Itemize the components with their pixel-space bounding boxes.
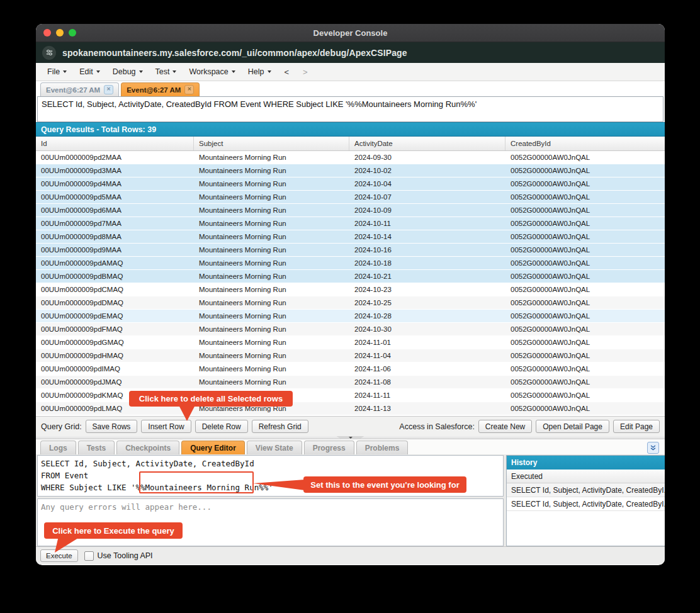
cell-subject: Mountaineers Morning Run bbox=[194, 204, 349, 217]
table-header: IdSubjectActivityDateCreatedById bbox=[36, 137, 665, 151]
tab-label: Event@6:27 AM bbox=[46, 86, 100, 94]
cell-created_by: 0052G00000AW0JnQAL bbox=[505, 244, 665, 256]
menu-help[interactable]: Help bbox=[243, 65, 276, 78]
table-row[interactable]: 00UUm0000009pdDMAQMountaineers Morning R… bbox=[36, 296, 665, 310]
menu-debug[interactable]: Debug bbox=[108, 65, 148, 78]
query-display[interactable]: SELECT Id, Subject, ActivityDate, Create… bbox=[37, 96, 663, 122]
errors-placeholder-text: Any query errors will appear here... bbox=[41, 502, 212, 512]
column-header-createdbyid[interactable]: CreatedById bbox=[505, 137, 665, 150]
use-tooling-api[interactable]: Use Tooling API bbox=[84, 551, 153, 561]
cell-created_by: 0052G00000AW0JnQAL bbox=[505, 270, 665, 283]
query-errors-area: Any query errors will appear here... bbox=[37, 498, 504, 546]
table-row[interactable]: 00UUm0000009pdEMAQMountaineers Morning R… bbox=[36, 310, 665, 323]
tab-close-icon[interactable]: ✕ bbox=[184, 85, 194, 94]
cell-date: 2024-10-23 bbox=[349, 283, 505, 296]
use-tooling-api-checkbox[interactable] bbox=[84, 551, 94, 561]
table-row[interactable]: 00UUm0000009pdHMAQMountaineers Morning R… bbox=[36, 349, 665, 363]
column-header-subject[interactable]: Subject bbox=[194, 137, 349, 150]
history-row[interactable]: SELECT Id, Subject, ActivityDate, Create… bbox=[507, 497, 665, 511]
use-tooling-api-label: Use Tooling API bbox=[98, 551, 153, 560]
tab-logs[interactable]: Logs bbox=[40, 441, 76, 454]
window-zoom-button[interactable] bbox=[69, 29, 76, 37]
tab-query-editor[interactable]: Query Editor bbox=[181, 441, 245, 454]
access-label: Access in Salesforce: bbox=[399, 422, 475, 431]
table-row[interactable]: 00UUm0000009pdKMAQMountaineers Morning R… bbox=[36, 389, 665, 402]
cell-date: 2024-10-04 bbox=[349, 177, 505, 190]
tab-tests[interactable]: Tests bbox=[78, 441, 115, 454]
cell-date: 2024-10-30 bbox=[349, 323, 505, 335]
insert-row-button[interactable]: Insert Row bbox=[141, 420, 191, 433]
caret-down-icon bbox=[172, 70, 176, 73]
table-row[interactable]: 00UUm0000009pd8MAAMountaineers Morning R… bbox=[36, 230, 665, 244]
cell-date: 2024-11-01 bbox=[349, 336, 505, 349]
window-minimize-button[interactable] bbox=[56, 29, 64, 37]
tab-close-icon[interactable]: ✕ bbox=[104, 85, 113, 94]
cell-id: 00UUm0000009pdBMAQ bbox=[36, 270, 194, 283]
address-bar[interactable]: spokanemountaineers.my.salesforce.com/_u… bbox=[36, 42, 665, 63]
editor-line-2: FROM Event bbox=[41, 471, 88, 480]
table-row[interactable]: 00UUm0000009pd3MAAMountaineers Morning R… bbox=[36, 164, 665, 177]
table-row[interactable]: 00UUm0000009pd6MAAMountaineers Morning R… bbox=[36, 204, 665, 217]
cell-subject: Mountaineers Morning Run bbox=[194, 363, 349, 375]
menu-file[interactable]: File bbox=[42, 65, 72, 78]
cell-created_by: 0052G00000AW0JnQAL bbox=[505, 402, 665, 415]
table-row[interactable]: 00UUm0000009pd5MAAMountaineers Morning R… bbox=[36, 191, 665, 204]
cell-subject: Mountaineers Morning Run bbox=[194, 270, 349, 283]
tab-progress[interactable]: Progress bbox=[304, 441, 354, 454]
cell-subject: Mountaineers Morning Run bbox=[194, 376, 349, 388]
tab-problems[interactable]: Problems bbox=[356, 441, 409, 454]
tab-view-state[interactable]: View State bbox=[247, 441, 302, 454]
cell-date: 2024-10-16 bbox=[349, 244, 505, 256]
menu-workspace[interactable]: Workspace bbox=[184, 65, 240, 78]
table-row[interactable]: 00UUm0000009pdAMAQMountaineers Morning R… bbox=[36, 257, 665, 270]
table-row[interactable]: 00UUm0000009pd2MAAMountaineers Morning R… bbox=[36, 151, 665, 164]
site-settings-icon[interactable] bbox=[42, 46, 56, 60]
table-row[interactable]: 00UUm0000009pdIMAQMountaineers Morning R… bbox=[36, 363, 665, 376]
cell-subject: Mountaineers Morning Run bbox=[194, 244, 349, 256]
tab-checkpoints[interactable]: Checkpoints bbox=[116, 441, 179, 454]
delete-row-button[interactable]: Delete Row bbox=[195, 420, 248, 433]
menu-edit[interactable]: Edit bbox=[74, 65, 105, 78]
history-row[interactable]: SELECT Id, Subject, ActivityDate, Create… bbox=[507, 483, 665, 497]
cell-date: 2024-10-07 bbox=[349, 191, 505, 203]
menu-test[interactable]: Test bbox=[150, 65, 182, 78]
window-close-button[interactable] bbox=[43, 29, 51, 37]
nav-forward-button[interactable]: > bbox=[297, 65, 313, 79]
table-row[interactable]: 00UUm0000009pd9MAAMountaineers Morning R… bbox=[36, 244, 665, 257]
table-row[interactable]: 00UUm0000009pdJMAQMountaineers Morning R… bbox=[36, 376, 665, 389]
window-title: Developer Console bbox=[36, 28, 665, 38]
execute-button[interactable]: Execute bbox=[40, 549, 78, 562]
history-panel: History Executed SELECT Id, Subject, Act… bbox=[506, 455, 665, 546]
table-row[interactable]: 00UUm0000009pdGMAQMountaineers Morning R… bbox=[36, 336, 665, 349]
refresh-grid-button[interactable]: Refresh Grid bbox=[252, 420, 308, 433]
table-row[interactable]: 00UUm0000009pdLMAQMountaineers Morning R… bbox=[36, 402, 665, 415]
history-column-header[interactable]: Executed bbox=[507, 470, 665, 483]
collapse-panel-button[interactable] bbox=[647, 442, 659, 454]
table-row[interactable]: 00UUm0000009pdFMAQMountaineers Morning R… bbox=[36, 323, 665, 336]
save-rows-button[interactable]: Save Rows bbox=[86, 420, 138, 433]
soql-editor[interactable]: SELECT Id, Subject, ActivityDate, Create… bbox=[37, 455, 504, 497]
cell-id: 00UUm0000009pd4MAA bbox=[36, 177, 194, 190]
query-display-text: SELECT Id, Subject, ActivityDate, Create… bbox=[42, 99, 477, 109]
cell-created_by: 0052G00000AW0JnQAL bbox=[505, 283, 665, 296]
column-header-activitydate[interactable]: ActivityDate bbox=[349, 137, 505, 150]
column-header-id[interactable]: Id bbox=[36, 137, 194, 150]
workspace-tab-1[interactable]: Event@6:27 AM✕ bbox=[40, 82, 119, 96]
cell-date: 2024-09-30 bbox=[349, 151, 505, 164]
cell-created_by: 0052G00000AW0JnQAL bbox=[505, 296, 665, 309]
cell-date: 2024-10-21 bbox=[349, 270, 505, 283]
tab-strip: Event@6:27 AM✕Event@6:27 AM✕ bbox=[36, 81, 665, 96]
open-detail-page-button[interactable]: Open Detail Page bbox=[536, 420, 609, 433]
table-row[interactable]: 00UUm0000009pdCMAQMountaineers Morning R… bbox=[36, 283, 665, 296]
table-row[interactable]: 00UUm0000009pdBMAQMountaineers Morning R… bbox=[36, 270, 665, 283]
cell-subject: Mountaineers Morning Run bbox=[194, 389, 349, 402]
cell-created_by: 0052G00000AW0JnQAL bbox=[505, 151, 665, 164]
workspace-tab-2[interactable]: Event@6:27 AM✕ bbox=[121, 82, 200, 96]
cell-created_by: 0052G00000AW0JnQAL bbox=[505, 191, 665, 203]
nav-back-button[interactable]: < bbox=[279, 65, 295, 79]
cell-id: 00UUm0000009pdEMAQ bbox=[36, 310, 194, 322]
table-row[interactable]: 00UUm0000009pd7MAAMountaineers Morning R… bbox=[36, 217, 665, 230]
table-row[interactable]: 00UUm0000009pd4MAAMountaineers Morning R… bbox=[36, 177, 665, 191]
create-new-button[interactable]: Create New bbox=[478, 420, 532, 433]
edit-page-button[interactable]: Edit Page bbox=[613, 420, 660, 433]
